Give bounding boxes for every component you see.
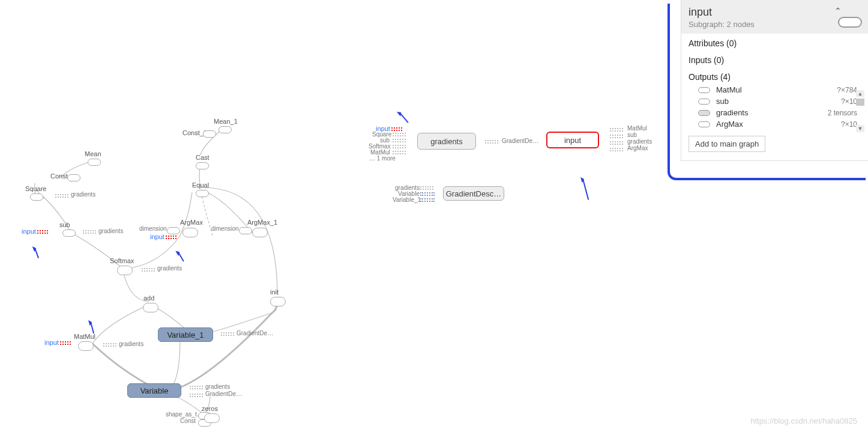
var-gd-lbl: GradientDe…	[205, 391, 242, 397]
grad-in-5: … 1 more	[369, 155, 396, 162]
dim-node-2[interactable]	[239, 227, 252, 234]
node-icon	[698, 87, 710, 93]
scroll-thumb[interactable]	[856, 99, 864, 106]
zeros-node[interactable]	[204, 413, 220, 423]
variable-box[interactable]: Variable	[127, 383, 181, 398]
annotation-arrow-2	[178, 252, 184, 262]
sub-grad-link[interactable]	[83, 230, 96, 235]
matmul-node[interactable]	[78, 341, 94, 351]
mean-node[interactable]	[88, 159, 101, 166]
square-label: Square	[25, 185, 46, 192]
argmax1-node[interactable]	[252, 228, 268, 237]
grad-out-d[interactable]	[485, 139, 498, 145]
mean-label: Mean	[85, 150, 101, 157]
const-node[interactable]	[67, 174, 80, 181]
softmax-node[interactable]	[117, 266, 133, 275]
softmax-grad-lbl: gradients	[157, 265, 182, 272]
input-ref-sub[interactable]: input	[22, 228, 36, 235]
node-icon	[698, 110, 710, 116]
inp-out-2d[interactable]	[610, 141, 623, 146]
cast-node[interactable]	[196, 162, 209, 169]
var1-grad-lbl: GradientDe…	[237, 330, 273, 336]
inp-out-0d[interactable]	[610, 127, 623, 133]
grad-in-1d[interactable]	[393, 132, 406, 138]
const1-node[interactable]	[203, 130, 216, 138]
grad-in-3d[interactable]	[393, 144, 406, 150]
input-dots-argmax	[166, 234, 176, 240]
matmul-grad-link[interactable]	[103, 342, 116, 348]
input-ref-argmax[interactable]: input	[150, 233, 164, 240]
equal-label: Equal	[192, 181, 209, 189]
grad-out-lbl: GradientDe…	[502, 138, 538, 144]
gradients-box[interactable]: gradients	[417, 133, 476, 150]
annotation-arrow-1	[34, 248, 39, 258]
outputs-header: Outputs (4)	[681, 67, 868, 84]
gd-in-0d[interactable]	[420, 186, 433, 191]
inp-out-0: MatMul	[627, 125, 647, 132]
mean1-node[interactable]	[219, 126, 232, 133]
var-grad-lbl: gradients	[205, 383, 230, 390]
square-grad-lbl: gradients	[71, 191, 95, 198]
grad-in-input-dots	[391, 126, 402, 132]
const2-lbl: Const	[180, 418, 196, 424]
gd-in-2: Variable_1	[393, 196, 421, 203]
var1-grad-link[interactable]	[221, 332, 234, 337]
dim-lbl-2: dimension	[211, 225, 239, 232]
output-row[interactable]: sub ?×10	[681, 96, 868, 107]
sub-label: sub	[59, 221, 70, 228]
inp-out-1d[interactable]	[610, 134, 623, 139]
panel-subtitle: Subgraph: 2 nodes	[689, 20, 861, 29]
collapse-icon[interactable]: ⌃	[834, 6, 842, 16]
scroll-down-icon[interactable]: ▼	[856, 125, 864, 132]
const-label: Const	[50, 172, 68, 180]
argmax-node[interactable]	[182, 228, 198, 237]
input-dots-sub	[37, 229, 48, 235]
annotation-arrow-5	[582, 178, 589, 199]
info-panel: input Subgraph: 2 nodes ⌃ Attributes (0)…	[681, 0, 868, 161]
inp-out-3: ArgMax	[627, 145, 648, 151]
attributes-header: Attributes (0)	[681, 34, 868, 50]
add-node[interactable]	[143, 303, 158, 312]
inputs-header: Inputs (0)	[681, 50, 868, 67]
softmax-label: Softmax	[110, 257, 134, 264]
argmax-label: ArgMax	[180, 219, 203, 226]
equal-node[interactable]	[196, 190, 209, 197]
trace-toggle[interactable]	[838, 17, 862, 28]
output-row[interactable]: gradients 2 tensors	[681, 107, 868, 118]
square-node[interactable]	[30, 193, 43, 201]
input-dots-matmul	[60, 340, 71, 346]
panel-header: input Subgraph: 2 nodes ⌃	[681, 0, 868, 34]
add-to-main-graph-button[interactable]: Add to main graph	[689, 136, 765, 152]
matmul-label: MatMul	[74, 333, 95, 340]
grad-in-2d[interactable]	[393, 138, 406, 144]
annotation-arrow-4	[399, 112, 409, 123]
node-icon	[698, 99, 710, 105]
gradientdesc-box[interactable]: GradientDesc…	[443, 186, 504, 201]
annotation-arrow-3	[90, 321, 94, 333]
inp-out-3d[interactable]	[610, 147, 623, 153]
square-grad-link[interactable]	[55, 193, 68, 199]
dim-lbl-1: dimension	[139, 225, 167, 232]
gd-in-2d[interactable]	[420, 198, 435, 203]
inp-out-2: gradients	[627, 138, 652, 145]
init-label: init	[270, 288, 279, 296]
inp-out-1: sub	[627, 132, 637, 138]
zeros-label: zeros	[202, 405, 218, 412]
variable1-box[interactable]: Variable_1	[158, 327, 213, 342]
var-gd-link[interactable]	[190, 393, 203, 398]
gd-in-1d[interactable]	[420, 192, 435, 197]
input-ref-matmul[interactable]: input	[44, 339, 59, 346]
shapeast-lbl: shape_as_t…	[166, 411, 203, 418]
matmul-grad-lbl: gradients	[119, 341, 143, 347]
var-grad-link[interactable]	[190, 385, 203, 391]
sub-grad-lbl: gradients	[98, 228, 123, 234]
input-selected-box[interactable]: input	[546, 132, 599, 148]
init-node[interactable]	[270, 297, 286, 306]
sub-node[interactable]	[62, 230, 76, 237]
dim-node-1[interactable]	[167, 227, 180, 234]
output-row[interactable]: ArgMax ?×10	[681, 118, 868, 130]
output-row[interactable]: MatMul ?×784	[681, 84, 868, 96]
mean1-label: Mean_1	[214, 118, 238, 125]
softmax-grad-link[interactable]	[142, 267, 155, 273]
scroll-up-icon[interactable]: ▲	[856, 90, 864, 97]
